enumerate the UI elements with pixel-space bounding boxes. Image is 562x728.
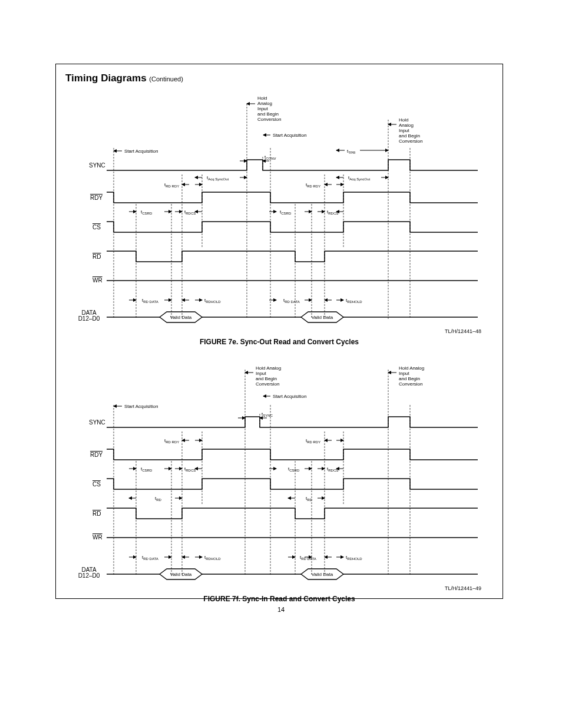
title-text: Timing Diagrams (65, 73, 147, 84)
annot2-trdrdy-2: tRD RDY (306, 438, 320, 444)
annot-tcsrd-1: tCSRD (141, 209, 153, 215)
label2-sync: SYNC (89, 419, 105, 426)
tl-ref-1: TL/H/12441–48 (65, 328, 481, 334)
annot-trdrdy-1: tRD RDY (164, 182, 179, 188)
waveform-rd (107, 251, 478, 262)
label-cs: CS (92, 224, 101, 230)
annot-trddata-1: tRD DATA (142, 298, 158, 304)
waveform2-rdy (107, 449, 478, 460)
timing-diagram-7e: HoldAnalogInputand BeginConversion HoldA… (65, 89, 493, 346)
title-continued: (Continued) (149, 75, 183, 83)
label-rd: RD (92, 253, 101, 260)
annot-hold-2: HoldAnalogInputand BeginConversion (399, 117, 422, 144)
waveform2-data (107, 569, 478, 579)
annot-start-acq-1: Start Acquisition (124, 149, 158, 154)
annot-ttpr: tTPR (347, 149, 356, 154)
annot2-tcsrd-1: tCSRD (141, 466, 153, 472)
annot2-start-acq-1: Start Acquisition (124, 404, 158, 409)
annot2-trdhold-1: tRDHOLD (204, 555, 221, 561)
label-wr: WR (92, 277, 103, 284)
waveform2-sync (107, 417, 478, 427)
annot-tcsrd-2: tCSRD (280, 209, 292, 215)
label-data2: D12–D0 (78, 315, 100, 322)
timing-diagram-7f: Hold AnalogInputand BeginConversion Hold… (65, 364, 493, 603)
label-sync: SYNC (89, 162, 105, 169)
annot2-tsync: tSYNC (262, 411, 273, 417)
annot-tacq-2: tAcq SyncOut (348, 175, 371, 181)
annot-hold-1: HoldAnalogInputand BeginConversion (257, 95, 281, 122)
annot-trddata-2: tRD DATA (283, 298, 300, 304)
annot-tacq-1: tAcq SyncOut (207, 175, 229, 181)
valid-data-1: Valid Data (170, 315, 192, 320)
annot-trdcs-2: tRDCS (327, 209, 338, 215)
waveform-rdy (107, 192, 478, 203)
waveform-data (107, 312, 478, 322)
annot-trdhold-1: tRDHOLD (204, 298, 221, 304)
section-title: Timing Diagrams (Continued) (65, 73, 493, 84)
label2-wr: WR (92, 534, 103, 541)
annot-trdcs-1: tRDCS (184, 209, 196, 215)
waveform-sync (107, 160, 478, 170)
annot2-trd-1: tRD (155, 496, 162, 502)
page-number: 14 (0, 606, 562, 613)
label2-data2: D12–D0 (78, 572, 100, 579)
waveform2-rd (107, 508, 478, 519)
valid-data2-1: Valid Data (170, 572, 192, 577)
annot2-trdhold-2: tRDHOLD (346, 555, 362, 561)
figure-caption-7e: FIGURE 7e. Sync-Out Read and Convert Cyc… (65, 338, 493, 346)
annot-trdhold-2: tRDHOLD (346, 298, 362, 304)
figure-caption-7f: FIGURE 7f. Sync-In Read and Convert Cycl… (65, 595, 493, 603)
annot2-trdcs-1: tRDCS (184, 466, 196, 472)
annot2-trdrdy-1: tRD RDY (164, 438, 179, 444)
valid-data2-2: Valid Data (312, 572, 333, 577)
annot2-tcsrd-2: tCSRD (288, 466, 300, 472)
annot2-start-acq-2: Start Acquisition (273, 394, 306, 399)
annot-trdrdy-2: tRD RDY (306, 182, 320, 188)
label2-rdy: RDY (90, 452, 103, 458)
annot2-trddata-2: tRD DATA (300, 555, 316, 561)
annot2-trddata-1: tRD DATA (142, 555, 158, 561)
waveform2-cs (107, 479, 478, 489)
label2-cs: CS (92, 481, 101, 487)
annot2-hold-1: Hold AnalogInputand BeginConversion (256, 365, 281, 387)
label2-rd: RD (92, 510, 101, 517)
valid-data-2: Valid Data (312, 315, 333, 320)
waveform-cs (107, 222, 478, 232)
annot-start-acq-2: Start Acquisition (273, 133, 306, 138)
tl-ref-2: TL/H/12441–49 (65, 585, 481, 591)
annot2-hold-2: Hold AnalogInputand BeginConversion (399, 365, 424, 387)
label-rdy: RDY (90, 195, 103, 201)
annot2-trdcs-2: tRDCS (327, 466, 338, 472)
